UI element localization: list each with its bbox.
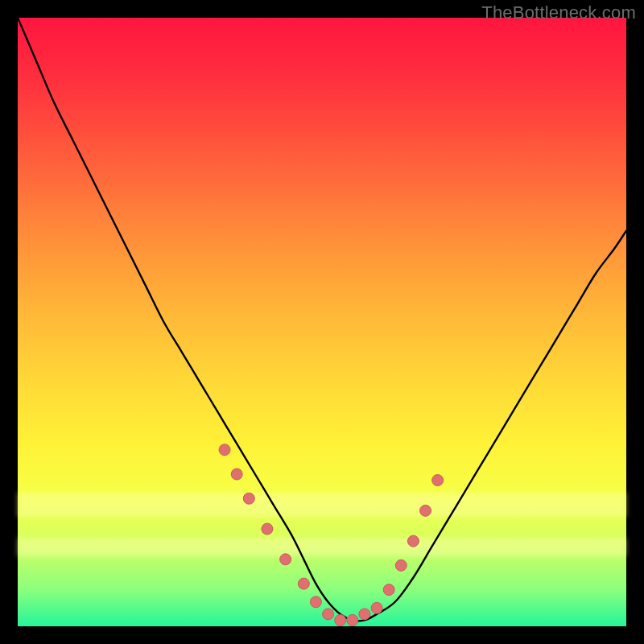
marker-point <box>407 535 419 547</box>
marker-point <box>359 609 370 620</box>
curve-line <box>18 18 626 621</box>
marker-point <box>335 614 346 625</box>
marker-point <box>310 597 321 608</box>
marker-point <box>219 444 230 456</box>
marker-point <box>280 554 291 565</box>
marker-point <box>323 609 334 620</box>
marker-point <box>420 505 431 516</box>
marker-point <box>243 493 254 504</box>
marker-point <box>432 475 444 486</box>
bottleneck-chart <box>18 18 626 626</box>
marker-point <box>262 523 273 535</box>
chart-frame <box>18 18 626 626</box>
marker-point <box>383 584 394 596</box>
marker-point <box>395 559 407 571</box>
watermark-text: TheBottleneck.com <box>481 2 636 23</box>
marker-point <box>347 614 358 625</box>
marker-point <box>231 469 242 480</box>
marker-point <box>298 578 309 589</box>
marker-point <box>371 602 382 613</box>
